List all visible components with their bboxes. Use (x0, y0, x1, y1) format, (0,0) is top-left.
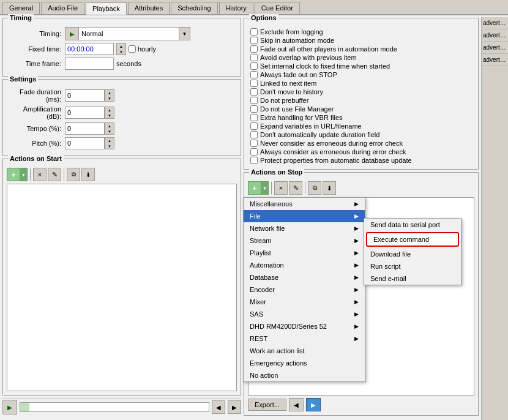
move-action-start-btn[interactable]: ⬇ (81, 168, 95, 181)
pitch-spin-down-icon[interactable]: ▼ (105, 143, 114, 149)
option-checkbox-3[interactable] (250, 54, 258, 61)
tempo-spinner[interactable]: ▲ ▼ (105, 122, 114, 135)
timing-value: Normal (79, 30, 179, 37)
menu-item-work-action-list[interactable]: Work an action list (244, 345, 365, 357)
fade-spin-up-icon[interactable]: ▲ (105, 90, 114, 96)
option-checkbox-8[interactable] (250, 97, 258, 104)
tab-audio-file[interactable]: Audio File (41, 2, 84, 14)
tab-history[interactable]: History (219, 2, 253, 14)
edit-action-start-btn[interactable]: ✎ (48, 168, 61, 181)
timing-dropdown-arrow-icon[interactable]: ▼ (179, 28, 190, 40)
play-button[interactable]: ▶ (2, 400, 17, 414)
add-main-icon[interactable]: + (7, 168, 20, 181)
pitch-spinner[interactable]: ▲ ▼ (105, 137, 114, 149)
option-checkbox-7[interactable] (250, 88, 258, 96)
edit-action-stop-btn[interactable]: ✎ (289, 181, 302, 195)
add-action-start-btn[interactable]: + ▼ (7, 168, 28, 181)
tempo-spin-up-icon[interactable]: ▲ (105, 123, 114, 129)
option-checkbox-10[interactable] (250, 114, 258, 121)
remove-action-start-btn[interactable]: × (33, 168, 47, 181)
option-checkbox-0[interactable] (250, 28, 258, 36)
amp-spin-up-icon[interactable]: ▲ (105, 107, 114, 113)
menu-item-dhd[interactable]: DHD RM4200D/Series 52 ▶ (244, 320, 365, 332)
time-frame-input[interactable] (65, 58, 114, 70)
option-checkbox-15[interactable] (250, 157, 258, 164)
menu-label-playlist: Playlist (250, 249, 271, 257)
option-item-10: Extra handling for VBR files (250, 114, 472, 121)
tempo-spin-down-icon[interactable]: ▼ (105, 129, 114, 134)
option-checkbox-6[interactable] (250, 80, 258, 87)
menu-item-rest[interactable]: REST ▶ (244, 332, 365, 345)
pitch-row: Pitch (%): ▲ ▼ (7, 137, 237, 149)
timing-group-title: Timing (8, 14, 34, 21)
amplification-spinner[interactable]: ▲ ▼ (105, 107, 114, 119)
submenu-item-send-email[interactable]: Send e-mail (364, 272, 461, 285)
submenu-arrow-mixer-icon: ▶ (354, 299, 359, 305)
add-stop-main-icon[interactable]: + (248, 181, 261, 195)
sidebar-item-0: adverts\Soc (482, 17, 508, 29)
option-checkbox-12[interactable] (250, 131, 258, 138)
time-spinner[interactable]: ▲ ▼ (116, 43, 126, 55)
spin-down-icon[interactable]: ▼ (117, 49, 125, 54)
copy-action-stop-btn[interactable]: ⧉ (308, 181, 321, 195)
menu-item-playlist[interactable]: Playlist ▶ (244, 247, 365, 259)
option-checkbox-9[interactable] (250, 105, 258, 113)
nav-prev-icon[interactable]: ◀ (289, 398, 304, 411)
tab-cue-editor[interactable]: Cue Editor (255, 2, 300, 14)
menu-item-mixer[interactable]: Mixer ▶ (244, 296, 365, 308)
option-label-1: Skip in automation mode (260, 37, 334, 44)
add-stop-arrow-icon[interactable]: ▼ (261, 181, 269, 195)
fade-duration-spinner[interactable]: ▲ ▼ (105, 89, 114, 102)
menu-item-miscellaneous[interactable]: Miscellaneous ▶ (244, 198, 365, 210)
toolbar-divider-1 (30, 168, 31, 181)
progress-back-icon[interactable]: ◀ (212, 400, 225, 414)
toolbar-divider-2 (64, 168, 64, 181)
tab-playback[interactable]: Playback (86, 2, 127, 15)
amp-spin-down-icon[interactable]: ▼ (105, 113, 114, 118)
tab-attributes[interactable]: Attributes (128, 2, 170, 14)
submenu-item-execute-command[interactable]: Execute command (366, 232, 459, 247)
menu-item-emergency-actions[interactable]: Emergency actions (244, 357, 365, 369)
menu-item-automation[interactable]: Automation ▶ (244, 259, 365, 271)
progress-forward-icon[interactable]: ▶ (228, 400, 241, 414)
menu-item-stream[interactable]: Stream ▶ (244, 234, 365, 247)
tab-general[interactable]: General (2, 2, 40, 14)
submenu-item-run-script[interactable]: Run script (364, 260, 461, 272)
submenu-item-send-serial[interactable]: Send data to serial port (364, 219, 461, 231)
menu-item-sas[interactable]: SAS ▶ (244, 308, 365, 320)
export-button[interactable]: Export... (248, 399, 286, 411)
menu-item-file[interactable]: File ▶ (244, 210, 365, 222)
fade-duration-input[interactable] (65, 89, 105, 102)
progress-bar[interactable] (20, 402, 209, 412)
option-item-8: Do not prebuffer (250, 97, 472, 104)
remove-action-stop-btn[interactable]: × (274, 181, 288, 195)
add-arrow-icon[interactable]: ▼ (20, 168, 28, 181)
option-checkbox-13[interactable] (250, 140, 258, 147)
menu-item-no-action[interactable]: No action (244, 369, 365, 381)
copy-action-start-btn[interactable]: ⧉ (67, 168, 80, 181)
menu-item-network-file[interactable]: Network file ▶ (244, 222, 365, 234)
tempo-input[interactable] (65, 122, 105, 135)
option-label-10: Extra handling for VBR files (260, 114, 343, 121)
menu-item-encoder[interactable]: Encoder ▶ (244, 283, 365, 296)
submenu-item-download-file[interactable]: Download file (364, 248, 461, 260)
option-checkbox-14[interactable] (250, 148, 258, 156)
option-checkbox-1[interactable] (250, 37, 258, 44)
add-action-stop-btn[interactable]: + ▼ (248, 181, 269, 195)
timing-dropdown[interactable]: ▶ Normal ▼ (65, 27, 190, 40)
amplification-input[interactable] (65, 107, 105, 119)
nav-next-icon[interactable]: ▶ (306, 398, 321, 411)
move-action-stop-btn[interactable]: ⬇ (323, 181, 336, 195)
fade-spin-down-icon[interactable]: ▼ (105, 96, 114, 101)
pitch-spin-up-icon[interactable]: ▲ (105, 138, 114, 143)
hourly-checkbox[interactable] (129, 45, 136, 53)
tab-scheduling[interactable]: Scheduling (171, 2, 217, 14)
option-checkbox-2[interactable] (250, 45, 258, 53)
fixed-time-input[interactable]: 00:00:00 (65, 43, 114, 55)
pitch-input[interactable] (65, 137, 105, 149)
option-checkbox-11[interactable] (250, 122, 258, 130)
option-checkbox-4[interactable] (250, 62, 258, 70)
spin-up-icon[interactable]: ▲ (117, 43, 125, 49)
option-checkbox-5[interactable] (250, 71, 258, 78)
menu-item-database[interactable]: Database ▶ (244, 271, 365, 283)
